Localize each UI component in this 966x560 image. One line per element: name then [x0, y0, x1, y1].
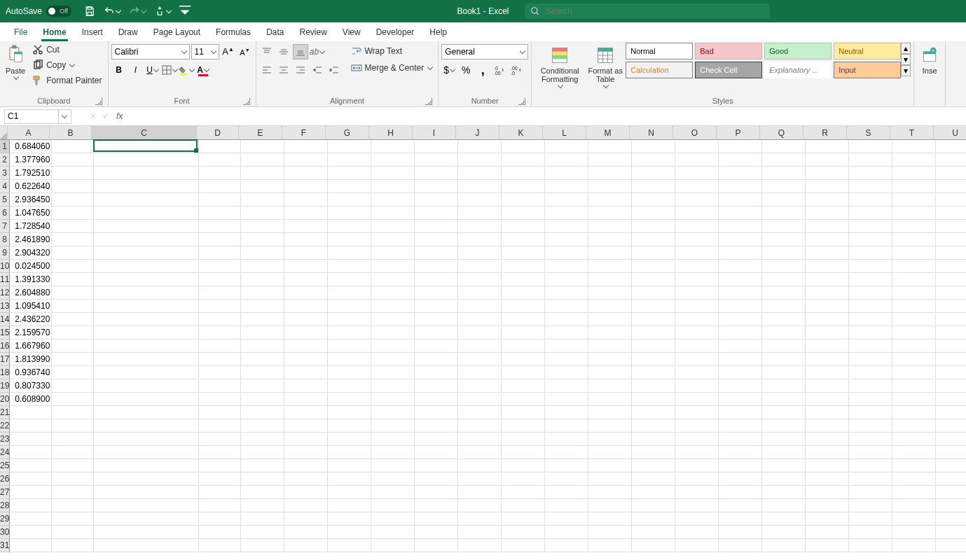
cell[interactable]	[675, 539, 719, 552]
customize-qat-icon[interactable]	[177, 4, 193, 18]
cell[interactable]	[588, 300, 632, 313]
decrease-indent-icon[interactable]	[310, 62, 325, 78]
cell[interactable]	[241, 512, 284, 526]
cell[interactable]	[458, 539, 502, 552]
cell[interactable]	[719, 313, 762, 326]
cell[interactable]	[284, 526, 328, 539]
cell[interactable]	[10, 446, 52, 459]
cell[interactable]	[892, 379, 936, 393]
row-header[interactable]: 10	[0, 260, 10, 273]
cell[interactable]	[675, 433, 719, 446]
cell[interactable]	[588, 366, 632, 379]
row-header[interactable]: 21	[0, 406, 10, 419]
cell[interactable]	[632, 260, 675, 273]
cell[interactable]	[849, 366, 892, 379]
cell[interactable]	[632, 446, 675, 459]
cell[interactable]	[762, 313, 806, 326]
cell[interactable]	[94, 353, 199, 366]
cell[interactable]	[52, 433, 94, 446]
cell[interactable]	[328, 512, 371, 526]
cell[interactable]	[94, 379, 199, 393]
row-header[interactable]: 16	[0, 340, 10, 353]
cell[interactable]	[241, 459, 284, 472]
column-header[interactable]: R	[803, 126, 847, 140]
row-header[interactable]: 31	[0, 539, 10, 552]
cell[interactable]	[588, 233, 632, 246]
cell[interactable]	[892, 539, 936, 552]
cell[interactable]	[199, 313, 241, 326]
cell[interactable]	[284, 446, 328, 459]
column-header[interactable]: O	[673, 126, 717, 140]
cell[interactable]	[545, 353, 588, 366]
row-header[interactable]: 12	[0, 286, 10, 300]
cell[interactable]	[849, 406, 892, 419]
cell[interactable]	[849, 193, 892, 206]
cell[interactable]	[762, 512, 806, 526]
cell[interactable]	[806, 273, 849, 286]
row-header[interactable]: 24	[0, 446, 10, 459]
cell[interactable]	[415, 393, 458, 406]
cell[interactable]	[849, 539, 892, 552]
orientation-icon[interactable]: ab	[310, 44, 325, 59]
cell[interactable]	[849, 167, 892, 180]
cell[interactable]	[762, 300, 806, 313]
cell[interactable]	[199, 526, 241, 539]
cell[interactable]	[588, 499, 632, 512]
scroll-more-icon[interactable]: ▾	[901, 65, 911, 76]
cell[interactable]	[371, 379, 415, 393]
cell[interactable]	[241, 340, 284, 353]
cell[interactable]	[502, 246, 545, 260]
font-size-combo[interactable]: 11	[191, 44, 219, 59]
cell[interactable]	[241, 393, 284, 406]
cell[interactable]	[545, 393, 588, 406]
cell[interactable]	[632, 539, 675, 552]
cell[interactable]	[199, 193, 241, 206]
cell[interactable]	[502, 220, 545, 233]
cell[interactable]	[199, 260, 241, 273]
row-header[interactable]: 26	[0, 472, 10, 486]
cell[interactable]	[762, 220, 806, 233]
cell[interactable]	[284, 300, 328, 313]
cell[interactable]	[849, 512, 892, 526]
cell[interactable]	[52, 153, 94, 167]
cell[interactable]: 0.807330	[10, 379, 52, 393]
cell[interactable]	[675, 326, 719, 340]
bold-button[interactable]: B	[111, 62, 127, 78]
cell[interactable]	[199, 459, 241, 472]
cell[interactable]	[458, 433, 502, 446]
cell[interactable]	[632, 180, 675, 193]
cell[interactable]	[458, 499, 502, 512]
cell[interactable]	[632, 300, 675, 313]
cell[interactable]	[94, 180, 199, 193]
cell[interactable]	[52, 486, 94, 499]
cell[interactable]	[936, 286, 966, 300]
cell[interactable]	[806, 246, 849, 260]
cell[interactable]: 1.391330	[10, 273, 52, 286]
cell[interactable]	[849, 340, 892, 353]
cell[interactable]	[371, 246, 415, 260]
cell[interactable]	[241, 539, 284, 552]
cell[interactable]	[588, 180, 632, 193]
cell[interactable]	[675, 286, 719, 300]
cell[interactable]: 2.159570	[10, 326, 52, 340]
column-header[interactable]: H	[369, 126, 413, 140]
cell[interactable]	[94, 193, 199, 206]
cell[interactable]	[675, 393, 719, 406]
cell[interactable]	[415, 313, 458, 326]
cell[interactable]	[502, 539, 545, 552]
cell[interactable]	[632, 472, 675, 486]
cell[interactable]	[284, 273, 328, 286]
row-header[interactable]: 28	[0, 499, 10, 512]
cell[interactable]	[849, 286, 892, 300]
cell[interactable]	[328, 526, 371, 539]
cell[interactable]	[371, 180, 415, 193]
cell[interactable]	[545, 472, 588, 486]
cell[interactable]	[849, 206, 892, 220]
row-header[interactable]: 3	[0, 167, 10, 180]
search-box[interactable]	[525, 4, 770, 19]
cell[interactable]	[502, 260, 545, 273]
cell[interactable]	[199, 472, 241, 486]
cell[interactable]	[892, 260, 936, 273]
cell[interactable]	[806, 379, 849, 393]
cell[interactable]: 0.024500	[10, 260, 52, 273]
